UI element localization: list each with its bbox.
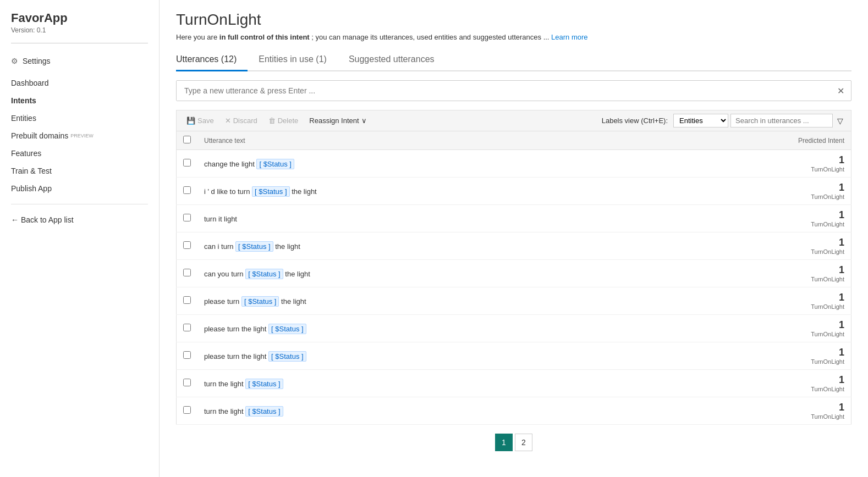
app-version: Version: 0.1 [0,25,159,43]
sidebar-divider-bottom [11,204,148,204]
utterance-text-cell: can i turn [ $Status ] the light [197,232,641,260]
sidebar: FavorApp Version: 0.1 ⚙ Settings Dashboa… [0,0,160,477]
utterance-text-cell: please turn the light [ $Status ] [197,315,641,342]
row-checkbox[interactable] [183,406,191,414]
utterance-text-cell: change the light [ $Status ] [197,150,641,178]
entity-tag[interactable]: [ $Status ] [235,241,273,252]
predicted-intent-cell: 1TurnOnLight [641,150,851,178]
row-checkbox[interactable] [183,351,191,359]
predicted-intent-label: TurnOnLight [647,248,844,255]
clear-input-icon[interactable]: ✕ [831,86,851,96]
predicted-intent-label: TurnOnLight [647,276,844,282]
labels-select[interactable]: Entities Tokens [673,114,728,127]
labels-view-label: Labels view (Ctrl+E): [602,117,668,125]
predicted-count: 1 [647,237,844,248]
discard-icon: ✕ [225,117,231,125]
gear-icon: ⚙ [11,57,18,65]
discard-button[interactable]: ✕ Discard [221,114,262,127]
sidebar-item-features[interactable]: Features [0,145,159,162]
utterance-text: turn the light [ $Status ] [204,406,283,417]
row-checkbox[interactable] [183,269,191,276]
filter-icon: ▽ [837,117,843,125]
back-to-app-list[interactable]: ← Back to App list [0,211,159,229]
sidebar-item-entities[interactable]: Entities [0,109,159,127]
settings-label: Settings [23,57,51,65]
entity-tag[interactable]: [ $Status ] [245,406,283,417]
row-checkbox[interactable] [183,241,191,249]
predicted-intent-label: TurnOnLight [647,386,844,392]
chevron-down-icon: ∨ [361,117,367,125]
table-row: can i turn [ $Status ] the light1TurnOnL… [177,232,851,260]
reassign-label: Reassign Intent [309,117,359,125]
row-checkbox-cell [177,370,198,397]
select-all-checkbox[interactable] [183,136,191,143]
predicted-intent-cell: 1TurnOnLight [641,178,851,205]
predicted-count: 1 [647,182,844,193]
predicted-count: 1 [647,264,844,276]
sidebar-item-settings[interactable]: ⚙ Settings [0,52,159,70]
predicted-count: 1 [647,209,844,221]
predicted-intent-cell: 1TurnOnLight [641,260,851,287]
header-checkbox-cell [177,131,198,150]
page-2-button[interactable]: 2 [515,434,532,451]
sidebar-item-publish-app[interactable]: Publish App [0,180,159,197]
tab-suggested-utterances[interactable]: Suggested utterances [349,50,446,71]
row-checkbox[interactable] [183,324,191,331]
utterance-text: can you turn [ $Status ] the light [204,269,310,279]
entity-tag[interactable]: [ $Status ] [268,324,306,334]
table-row: i ' d like to turn [ $Status ] the light… [177,178,851,205]
utterance-text: please turn the light [ $Status ] [204,324,306,334]
prebuilt-domains-label: Prebuilt domains [11,131,68,140]
entity-tag[interactable]: [ $Status ] [252,186,290,197]
utterance-text-cell: turn it light [197,205,641,232]
utterance-text: change the light [ $Status ] [204,159,294,169]
tab-entities-in-use[interactable]: Entities in use (1) [259,50,338,71]
search-utterances-input[interactable] [730,114,833,127]
row-checkbox[interactable] [183,214,191,221]
utterance-text-cell: turn the light [ $Status ] [197,370,641,397]
entity-tag[interactable]: [ $Status ] [241,296,279,307]
utterance-input-row: ✕ [176,80,851,101]
dashboard-label: Dashboard [11,79,49,87]
utterance-text: please turn [ $Status ] the light [204,296,306,307]
row-checkbox[interactable] [183,296,191,304]
utterances-table: Utterance text Predicted Intent change t… [176,131,851,425]
tabs-row: Utterances (12) Entities in use (1) Sugg… [176,50,851,71]
sidebar-item-dashboard[interactable]: Dashboard [0,74,159,92]
row-checkbox[interactable] [183,159,191,167]
table-row: please turn the light [ $Status ]1TurnOn… [177,342,851,370]
predicted-intent-label: TurnOnLight [647,193,844,200]
utterance-text-cell: please turn [ $Status ] the light [197,287,641,315]
predicted-count: 1 [647,402,844,413]
delete-button[interactable]: 🗑 Delete [264,114,303,127]
sidebar-item-intents[interactable]: Intents [0,92,159,109]
sidebar-item-prebuilt-domains[interactable]: Prebuilt domains PREVIEW [0,127,159,145]
predicted-intent-label: TurnOnLight [647,166,844,173]
table-row: please turn the light [ $Status ]1TurnOn… [177,315,851,342]
sidebar-item-train-test[interactable]: Train & Test [0,162,159,180]
row-checkbox[interactable] [183,186,191,194]
tab-utterances[interactable]: Utterances (12) [176,50,248,71]
entity-tag[interactable]: [ $Status ] [256,159,294,169]
page-description: Here you are in full control of this int… [176,33,851,41]
reassign-intent-button[interactable]: Reassign Intent ∨ [305,114,371,127]
header-utterance-text: Utterance text [197,131,641,150]
utterance-text: turn the light [ $Status ] [204,379,283,389]
utterance-text: i ' d like to turn [ $Status ] the light [204,186,317,197]
desc-suffix: ; you can manage its utterances, used en… [311,33,549,41]
row-checkbox-cell [177,342,198,370]
desc-prefix: Here you are [176,33,219,41]
entity-tag[interactable]: [ $Status ] [268,351,306,362]
table-row: change the light [ $Status ]1TurnOnLight [177,150,851,178]
predicted-count: 1 [647,319,844,331]
predicted-count: 1 [647,374,844,386]
entity-tag[interactable]: [ $Status ] [245,379,283,389]
filter-icon-button[interactable]: ▽ [835,114,845,127]
row-checkbox[interactable] [183,379,191,386]
learn-more-link[interactable]: Learn more [551,33,587,41]
utterance-text: please turn the light [ $Status ] [204,351,306,362]
page-1-button[interactable]: 1 [495,434,513,451]
save-button[interactable]: 💾 Save [182,114,218,127]
utterance-input[interactable] [177,81,831,101]
entity-tag[interactable]: [ $Status ] [245,269,283,279]
